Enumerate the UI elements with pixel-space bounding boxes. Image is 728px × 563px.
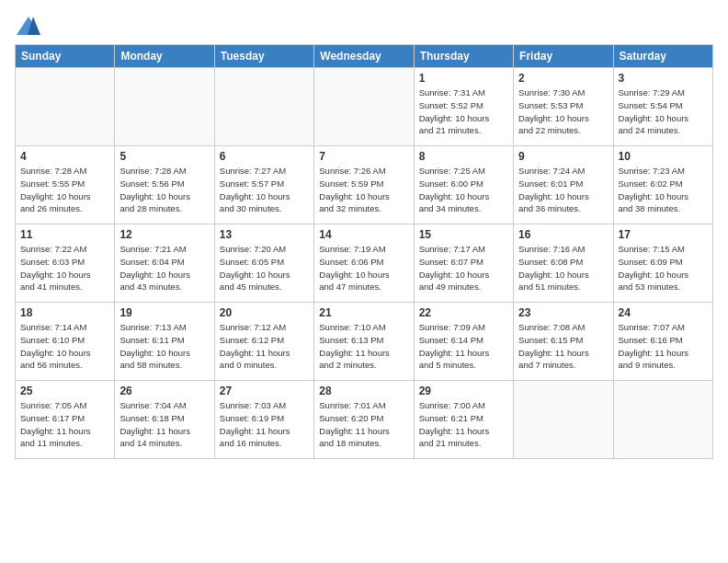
day-number: 27 [220, 385, 309, 397]
calendar-cell: 19Sunrise: 7:13 AMSunset: 6:11 PMDayligh… [115, 303, 214, 381]
weekday-header-sunday: Sunday [16, 45, 115, 68]
day-number: 26 [119, 385, 209, 397]
cell-info: Sunrise: 7:28 AMSunset: 5:56 PMDaylight:… [119, 165, 209, 215]
day-number: 25 [20, 385, 109, 397]
day-number: 21 [319, 306, 408, 319]
calendar-table: SundayMondayTuesdayWednesdayThursdayFrid… [15, 44, 713, 459]
calendar-cell: 14Sunrise: 7:19 AMSunset: 6:06 PMDayligh… [314, 224, 414, 303]
calendar-cell: 5Sunrise: 7:28 AMSunset: 5:56 PMDaylight… [115, 146, 214, 224]
calendar-week-2: 4Sunrise: 7:28 AMSunset: 5:55 PMDaylight… [16, 146, 713, 224]
day-number: 4 [20, 150, 109, 163]
calendar-cell [514, 381, 613, 459]
cell-info: Sunrise: 7:13 AMSunset: 6:11 PMDaylight:… [119, 321, 209, 372]
calendar-cell: 7Sunrise: 7:26 AMSunset: 5:59 PMDaylight… [314, 146, 414, 224]
day-number: 5 [119, 150, 209, 163]
calendar-cell: 23Sunrise: 7:08 AMSunset: 6:15 PMDayligh… [514, 303, 613, 381]
calendar-cell: 6Sunrise: 7:27 AMSunset: 5:57 PMDaylight… [214, 146, 313, 224]
day-number: 22 [419, 306, 508, 319]
weekday-header-wednesday: Wednesday [314, 45, 414, 68]
weekday-header-row: SundayMondayTuesdayWednesdayThursdayFrid… [16, 45, 713, 68]
header [15, 15, 713, 37]
day-number: 7 [319, 150, 408, 163]
day-number: 14 [319, 228, 408, 241]
weekday-header-saturday: Saturday [613, 45, 712, 68]
cell-info: Sunrise: 7:23 AMSunset: 6:02 PMDaylight:… [619, 165, 708, 215]
cell-info: Sunrise: 7:14 AMSunset: 6:10 PMDaylight:… [20, 321, 109, 372]
cell-info: Sunrise: 7:30 AMSunset: 5:53 PMDaylight:… [518, 86, 608, 137]
day-number: 17 [619, 228, 708, 241]
cell-info: Sunrise: 7:27 AMSunset: 5:57 PMDaylight:… [220, 165, 309, 215]
calendar-cell: 15Sunrise: 7:17 AMSunset: 6:07 PMDayligh… [414, 224, 513, 303]
calendar-cell: 18Sunrise: 7:14 AMSunset: 6:10 PMDayligh… [16, 303, 115, 381]
cell-info: Sunrise: 7:00 AMSunset: 6:21 PMDaylight:… [419, 399, 508, 450]
cell-info: Sunrise: 7:31 AMSunset: 5:52 PMDaylight:… [419, 86, 508, 137]
calendar-cell: 26Sunrise: 7:04 AMSunset: 6:18 PMDayligh… [115, 381, 214, 459]
cell-info: Sunrise: 7:29 AMSunset: 5:54 PMDaylight:… [619, 86, 708, 137]
weekday-header-tuesday: Tuesday [214, 45, 313, 68]
cell-info: Sunrise: 7:09 AMSunset: 6:14 PMDaylight:… [419, 321, 508, 372]
day-number: 19 [119, 306, 209, 319]
day-number: 2 [518, 72, 608, 85]
calendar-cell: 28Sunrise: 7:01 AMSunset: 6:20 PMDayligh… [314, 381, 414, 459]
calendar-cell: 17Sunrise: 7:15 AMSunset: 6:09 PMDayligh… [613, 224, 712, 303]
cell-info: Sunrise: 7:05 AMSunset: 6:17 PMDaylight:… [20, 399, 109, 450]
calendar-cell: 29Sunrise: 7:00 AMSunset: 6:21 PMDayligh… [414, 381, 513, 459]
cell-info: Sunrise: 7:28 AMSunset: 5:55 PMDaylight:… [20, 165, 109, 215]
cell-info: Sunrise: 7:26 AMSunset: 5:59 PMDaylight:… [319, 165, 408, 215]
calendar-cell: 27Sunrise: 7:03 AMSunset: 6:19 PMDayligh… [214, 381, 313, 459]
cell-info: Sunrise: 7:17 AMSunset: 6:07 PMDaylight:… [419, 243, 508, 293]
calendar-cell: 21Sunrise: 7:10 AMSunset: 6:13 PMDayligh… [314, 303, 414, 381]
cell-info: Sunrise: 7:24 AMSunset: 6:01 PMDaylight:… [518, 165, 608, 215]
cell-info: Sunrise: 7:12 AMSunset: 6:12 PMDaylight:… [220, 321, 309, 372]
calendar-header: SundayMondayTuesdayWednesdayThursdayFrid… [16, 45, 713, 68]
weekday-header-friday: Friday [514, 45, 613, 68]
calendar-week-1: 1Sunrise: 7:31 AMSunset: 5:52 PMDaylight… [16, 68, 713, 146]
logo [15, 15, 46, 37]
day-number: 8 [419, 150, 508, 163]
calendar-cell: 3Sunrise: 7:29 AMSunset: 5:54 PMDaylight… [613, 68, 712, 146]
calendar-cell [314, 68, 414, 146]
cell-info: Sunrise: 7:03 AMSunset: 6:19 PMDaylight:… [220, 399, 309, 450]
day-number: 3 [619, 72, 708, 85]
day-number: 13 [220, 228, 309, 241]
cell-info: Sunrise: 7:21 AMSunset: 6:04 PMDaylight:… [119, 243, 209, 293]
calendar-cell: 4Sunrise: 7:28 AMSunset: 5:55 PMDaylight… [16, 146, 115, 224]
cell-info: Sunrise: 7:01 AMSunset: 6:20 PMDaylight:… [319, 399, 408, 450]
calendar-cell: 16Sunrise: 7:16 AMSunset: 6:08 PMDayligh… [514, 224, 613, 303]
cell-info: Sunrise: 7:08 AMSunset: 6:15 PMDaylight:… [518, 321, 608, 372]
calendar-cell: 1Sunrise: 7:31 AMSunset: 5:52 PMDaylight… [414, 68, 513, 146]
calendar-cell: 2Sunrise: 7:30 AMSunset: 5:53 PMDaylight… [514, 68, 613, 146]
cell-info: Sunrise: 7:20 AMSunset: 6:05 PMDaylight:… [220, 243, 309, 293]
cell-info: Sunrise: 7:25 AMSunset: 6:00 PMDaylight:… [419, 165, 508, 215]
day-number: 28 [319, 385, 408, 397]
day-number: 11 [20, 228, 109, 241]
day-number: 6 [220, 150, 309, 163]
calendar-week-3: 11Sunrise: 7:22 AMSunset: 6:03 PMDayligh… [16, 224, 713, 303]
calendar-cell [115, 68, 214, 146]
day-number: 15 [419, 228, 508, 241]
day-number: 29 [419, 385, 508, 397]
cell-info: Sunrise: 7:07 AMSunset: 6:16 PMDaylight:… [619, 321, 708, 372]
day-number: 18 [20, 306, 109, 319]
calendar-cell [16, 68, 115, 146]
calendar-cell [214, 68, 313, 146]
cell-info: Sunrise: 7:04 AMSunset: 6:18 PMDaylight:… [119, 399, 209, 450]
calendar-cell: 22Sunrise: 7:09 AMSunset: 6:14 PMDayligh… [414, 303, 513, 381]
cell-info: Sunrise: 7:19 AMSunset: 6:06 PMDaylight:… [319, 243, 408, 293]
calendar-cell: 10Sunrise: 7:23 AMSunset: 6:02 PMDayligh… [613, 146, 712, 224]
weekday-header-thursday: Thursday [414, 45, 513, 68]
calendar-week-5: 25Sunrise: 7:05 AMSunset: 6:17 PMDayligh… [16, 381, 713, 459]
day-number: 20 [220, 306, 309, 319]
day-number: 16 [518, 228, 608, 241]
day-number: 10 [619, 150, 708, 163]
cell-info: Sunrise: 7:16 AMSunset: 6:08 PMDaylight:… [518, 243, 608, 293]
calendar-cell: 11Sunrise: 7:22 AMSunset: 6:03 PMDayligh… [16, 224, 115, 303]
calendar-body: 1Sunrise: 7:31 AMSunset: 5:52 PMDaylight… [16, 68, 713, 459]
calendar-cell: 20Sunrise: 7:12 AMSunset: 6:12 PMDayligh… [214, 303, 313, 381]
day-number: 24 [619, 306, 708, 319]
calendar-cell: 13Sunrise: 7:20 AMSunset: 6:05 PMDayligh… [214, 224, 313, 303]
calendar-cell: 24Sunrise: 7:07 AMSunset: 6:16 PMDayligh… [613, 303, 712, 381]
calendar-cell: 12Sunrise: 7:21 AMSunset: 6:04 PMDayligh… [115, 224, 214, 303]
weekday-header-monday: Monday [115, 45, 214, 68]
calendar-cell: 25Sunrise: 7:05 AMSunset: 6:17 PMDayligh… [16, 381, 115, 459]
